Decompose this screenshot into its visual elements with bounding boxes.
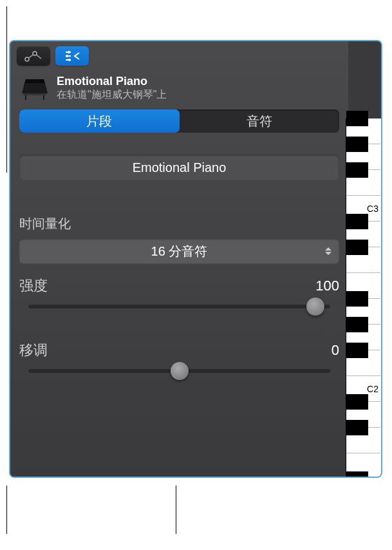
black-key[interactable] (346, 214, 368, 229)
black-key[interactable] (346, 111, 368, 126)
tab-region[interactable]: 片段 (19, 109, 180, 133)
main-panel: Emotional Piano 在轨道"施坦威大钢琴"上 片段 音符 时间量化 … (10, 41, 348, 477)
strength-thumb[interactable] (306, 298, 324, 316)
transpose-value: 0 (331, 342, 339, 359)
region-name-input[interactable] (19, 155, 339, 180)
black-key[interactable] (346, 162, 368, 178)
quantize-dropdown[interactable]: 16 分音符 (19, 239, 339, 263)
black-key[interactable] (346, 317, 368, 332)
callout-line (6, 486, 7, 534)
svg-point-7 (68, 51, 70, 53)
top-toolbar (17, 46, 342, 66)
track-info: Emotional Piano 在轨道"施坦威大钢琴"上 (57, 75, 167, 102)
track-title: Emotional Piano (57, 75, 167, 88)
svg-line-2 (29, 55, 33, 58)
svg-line-3 (37, 55, 42, 59)
strength-label: 强度 (19, 276, 48, 296)
svg-rect-10 (23, 93, 46, 95)
tab-notes[interactable]: 音符 (180, 109, 340, 133)
transpose-slider[interactable] (28, 369, 330, 373)
black-key[interactable] (346, 240, 368, 255)
black-key[interactable] (346, 137, 368, 152)
black-key[interactable] (346, 394, 368, 410)
svg-point-8 (66, 55, 68, 57)
svg-point-1 (33, 52, 37, 55)
strength-group: 强度 100 (19, 276, 339, 308)
automation-view-button[interactable] (17, 46, 50, 66)
strength-value: 100 (315, 278, 339, 294)
black-key[interactable] (346, 291, 368, 307)
track-header: Emotional Piano 在轨道"施坦威大钢琴"上 (17, 75, 342, 109)
editor-panel: Emotional Piano 在轨道"施坦威大钢琴"上 片段 音符 时间量化 … (9, 40, 382, 478)
black-key[interactable] (346, 420, 368, 435)
transpose-thumb[interactable] (171, 362, 189, 380)
track-subtitle: 在轨道"施坦威大钢琴"上 (57, 88, 167, 102)
dropdown-arrows-icon (325, 247, 331, 255)
piano-keyboard[interactable]: C3 C2 (346, 119, 381, 478)
region-name-wrap (19, 155, 339, 180)
black-key[interactable] (346, 343, 368, 358)
callout-line (6, 6, 7, 173)
region-notes-tabs: 片段 音符 (19, 109, 339, 133)
quantize-value: 16 分音符 (151, 243, 208, 260)
transpose-label: 移调 (19, 341, 48, 360)
black-key[interactable] (346, 471, 368, 478)
transpose-group: 移调 0 (19, 341, 339, 373)
region-inspector-button[interactable] (55, 46, 89, 66)
quantize-label: 时间量化 (19, 215, 339, 232)
piano-icon (19, 77, 49, 100)
svg-point-9 (68, 59, 71, 61)
callout-line (176, 486, 176, 534)
svg-point-0 (25, 57, 29, 61)
strength-slider[interactable] (28, 305, 330, 308)
